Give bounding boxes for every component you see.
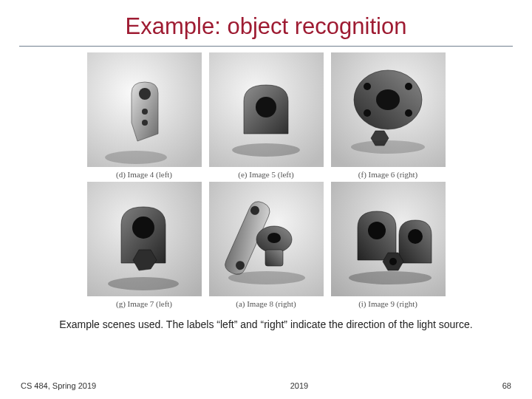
slide-caption: Example scenes used. The labels “left” a… xyxy=(0,318,532,330)
svg-point-18 xyxy=(132,216,154,239)
figure-caption: (f) Image 6 (right) xyxy=(331,167,446,182)
svg-point-27 xyxy=(228,271,305,284)
svg-point-25 xyxy=(267,233,281,243)
footer-year: 2019 xyxy=(290,381,308,390)
figure-caption: (a) Image 8 (right) xyxy=(209,296,324,311)
svg-point-30 xyxy=(408,229,423,244)
svg-point-32 xyxy=(389,258,397,265)
figure-image-9 xyxy=(331,182,446,296)
figure-caption: (e) Image 5 (left) xyxy=(209,167,324,182)
figure-grid: (d) Image 4 (left) (e) Image 5 (left) (f… xyxy=(87,52,446,311)
svg-point-6 xyxy=(256,97,276,117)
svg-point-33 xyxy=(349,271,432,284)
svg-point-4 xyxy=(105,151,167,164)
figure-image-5 xyxy=(209,52,324,167)
footer-course: CS 484, Spring 2019 xyxy=(21,381,96,390)
svg-point-13 xyxy=(364,109,371,117)
figure-image-7 xyxy=(87,182,202,296)
svg-point-11 xyxy=(364,83,371,90)
svg-point-7 xyxy=(232,143,300,157)
footer-page-number: 68 xyxy=(502,381,511,390)
slide-footer: CS 484, Spring 2019 2019 68 xyxy=(0,381,532,390)
svg-point-2 xyxy=(142,109,148,115)
svg-point-1 xyxy=(139,88,151,100)
svg-point-16 xyxy=(351,140,425,154)
figure-image-8 xyxy=(209,182,324,296)
svg-point-14 xyxy=(405,109,412,117)
svg-point-12 xyxy=(405,83,412,90)
figure-image-4 xyxy=(87,52,202,167)
svg-rect-26 xyxy=(265,250,283,266)
slide-title: Example: object recognition xyxy=(0,0,532,46)
figure-image-6 xyxy=(331,52,446,167)
svg-point-3 xyxy=(142,120,148,126)
title-underline xyxy=(19,46,513,47)
svg-point-29 xyxy=(368,222,386,239)
figure-caption: (i) Image 9 (right) xyxy=(331,296,446,311)
figure-caption: (d) Image 4 (left) xyxy=(87,167,202,182)
svg-point-10 xyxy=(376,89,400,110)
figure-caption: (g) Image 7 (left) xyxy=(87,296,202,311)
svg-point-20 xyxy=(108,277,179,290)
